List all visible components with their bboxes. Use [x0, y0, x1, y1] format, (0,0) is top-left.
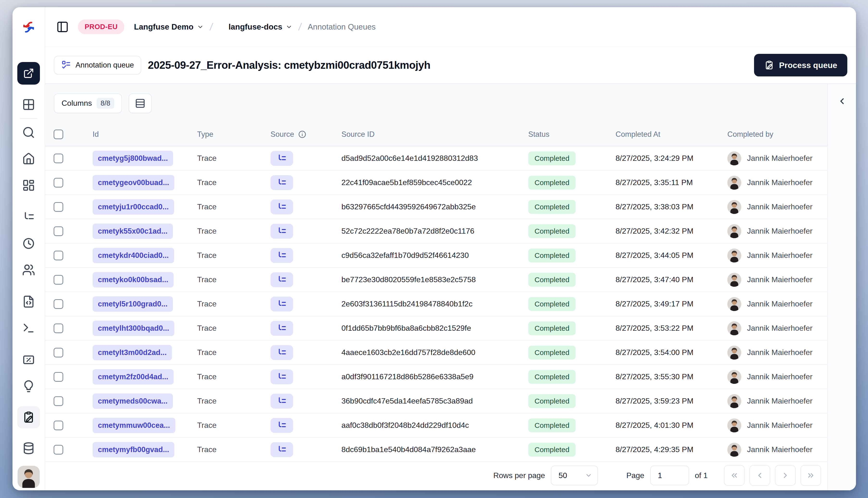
row-checkbox[interactable]: [54, 226, 63, 236]
sidebar-item-users[interactable]: [17, 263, 40, 276]
row-source-link[interactable]: [271, 369, 293, 384]
row-checkbox[interactable]: [54, 324, 63, 333]
sidebar-item-home[interactable]: [17, 153, 40, 165]
column-header-status[interactable]: Status: [528, 130, 616, 139]
sidebar-item-table-grid[interactable]: [17, 98, 40, 111]
row-source-link[interactable]: [271, 199, 293, 214]
row-completed-at: 8/27/2025, 4:01:30 PM: [616, 421, 694, 430]
list-tree-icon: [277, 178, 287, 188]
row-id-link[interactable]: cmetykdr400ciad0...: [93, 248, 174, 263]
row-id-link[interactable]: cmetylt3m00d2ad...: [93, 345, 172, 360]
row-id-link[interactable]: cmetyg5j800bwad...: [93, 151, 173, 166]
sidebar-toggle-icon[interactable]: [56, 20, 69, 34]
list-tree-icon: [277, 153, 287, 163]
sidebar-item-terminal[interactable]: [17, 322, 40, 335]
first-page-button[interactable]: [724, 465, 744, 486]
column-header-id[interactable]: Id: [93, 130, 197, 139]
clipboard-pen-icon: [22, 411, 35, 424]
sidebar-item-file-code[interactable]: [17, 295, 40, 308]
breadcrumb-project[interactable]: langfuse-docs: [229, 22, 293, 31]
sidebar-item-list-tree[interactable]: [17, 211, 40, 224]
row-id-link[interactable]: cmetyl5r100grad0...: [93, 296, 173, 312]
row-source-link[interactable]: [271, 151, 293, 166]
table-toolbar: Columns 8/8: [45, 84, 827, 122]
row-checkbox[interactable]: [54, 275, 63, 285]
table-body: cmetyg5j800bwad...Traced5ad9d52a00c6e14e…: [45, 146, 827, 462]
status-badge: Completed: [528, 224, 575, 238]
row-id-link[interactable]: cmetymmuw00cea...: [93, 418, 175, 433]
row-checkbox[interactable]: [54, 396, 63, 406]
table-row: cmetym2fz00d4ad...Tracea0df3f901167218d8…: [45, 365, 827, 389]
row-source-id: be7723e30d8020559fe1e8583e2c5758: [341, 275, 476, 284]
page-number-input[interactable]: [650, 466, 689, 485]
row-source-link[interactable]: [271, 442, 293, 457]
sidebar-item-dashboard[interactable]: [17, 179, 40, 192]
row-source-id: d5ad9d52a00c6e14e1d4192880312d83: [341, 154, 478, 163]
column-header-source[interactable]: Source: [271, 130, 341, 139]
status-badge: Completed: [528, 273, 575, 287]
row-checkbox[interactable]: [54, 421, 63, 430]
row-checkbox[interactable]: [54, 372, 63, 382]
row-id-link[interactable]: cmetyk55x00c1ad...: [93, 224, 173, 239]
column-header-completed-by[interactable]: Completed by: [727, 130, 827, 139]
column-header-source-id[interactable]: Source ID: [341, 130, 528, 139]
row-checkbox[interactable]: [54, 178, 63, 187]
column-header-type[interactable]: Type: [197, 130, 271, 139]
chevron-down-icon: [286, 24, 293, 30]
row-source-link[interactable]: [271, 345, 293, 360]
row-id-link[interactable]: cmetymeds00cwa...: [93, 393, 173, 409]
row-id-link[interactable]: cmetyko0k00bsad...: [93, 272, 173, 287]
completed-by-avatar: [727, 443, 741, 457]
row-source-link[interactable]: [271, 394, 293, 409]
row-source-link[interactable]: [271, 272, 293, 287]
row-id-link[interactable]: cmetygeov00buad...: [93, 175, 174, 191]
completed-by-name: Jannik Maierhoefer: [747, 154, 813, 163]
breadcrumb-org[interactable]: Langfuse Demo: [134, 22, 204, 31]
sidebar-item-clock[interactable]: [17, 237, 40, 250]
row-checkbox[interactable]: [54, 299, 63, 309]
row-source-link[interactable]: [271, 321, 293, 336]
row-source-link[interactable]: [271, 297, 293, 312]
sidebar-item-external-link[interactable]: [17, 62, 40, 84]
row-source-link[interactable]: [271, 418, 293, 433]
completed-by-name: Jannik Maierhoefer: [747, 275, 813, 284]
row-source-link[interactable]: [271, 175, 293, 190]
row-id-link[interactable]: cmetymyfb00gvad...: [93, 442, 174, 457]
row-id-link[interactable]: cmetylht300bqad0...: [93, 320, 174, 336]
panel-collapse-button[interactable]: [834, 93, 850, 109]
next-page-button[interactable]: [775, 465, 795, 486]
sidebar-item-search[interactable]: [17, 126, 40, 139]
sidebar-item-clipboard-pen[interactable]: [17, 406, 40, 428]
percent-card-icon: [22, 353, 35, 366]
langfuse-logo[interactable]: [13, 7, 45, 47]
row-source-link[interactable]: [271, 224, 293, 239]
row-id-link[interactable]: cmetyju1r00ccad0...: [93, 199, 174, 215]
completed-by-avatar: [727, 418, 741, 432]
row-checkbox[interactable]: [54, 154, 63, 163]
row-checkbox[interactable]: [54, 202, 63, 212]
last-page-button[interactable]: [801, 465, 821, 486]
row-source-link[interactable]: [271, 248, 293, 263]
list-tree-icon: [277, 323, 287, 333]
user-avatar[interactable]: [17, 466, 40, 488]
rows-per-page-select[interactable]: 50: [551, 466, 598, 485]
process-queue-button[interactable]: Process queue: [754, 54, 847, 76]
row-id-link[interactable]: cmetym2fz00d4ad...: [93, 369, 173, 384]
sidebar-item-lightbulb[interactable]: [17, 380, 40, 393]
completed-by-name: Jannik Maierhoefer: [747, 396, 813, 405]
app-window: PROD-EU Langfuse Demo / langfuse-docs / …: [13, 7, 856, 490]
column-header-completed-at[interactable]: Completed At: [616, 130, 727, 139]
row-checkbox[interactable]: [54, 251, 63, 260]
previous-page-button[interactable]: [750, 465, 770, 486]
table-row: cmetykdr400ciad0...Tracec9d56ca32efaff1b…: [45, 244, 827, 268]
row-checkbox[interactable]: [54, 445, 63, 455]
row-type: Trace: [197, 421, 217, 430]
sidebar-item-database[interactable]: [17, 442, 40, 455]
row-height-button[interactable]: [129, 93, 152, 113]
breadcrumb-section: Annotation Queues: [308, 22, 376, 31]
sidebar-item-percent-card[interactable]: [17, 353, 40, 366]
row-checkbox[interactable]: [54, 348, 63, 357]
select-all-checkbox[interactable]: [54, 130, 63, 139]
columns-button[interactable]: Columns 8/8: [54, 93, 122, 113]
row-source-id: c9d56ca32efaff1b70d9d52f46614230: [341, 251, 469, 260]
